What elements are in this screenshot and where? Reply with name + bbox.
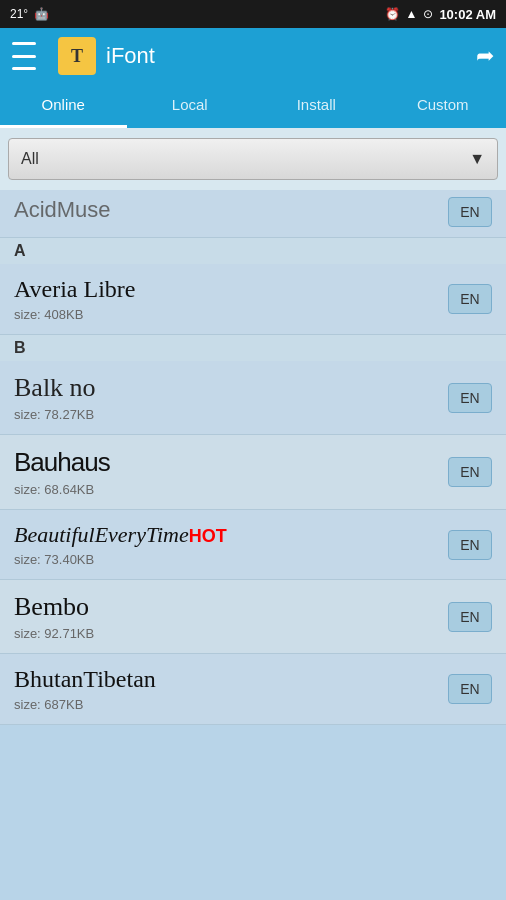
- font-name: Bauhaus: [14, 447, 448, 478]
- font-info: AcidMuse: [14, 197, 448, 227]
- lang-badge: EN: [448, 602, 492, 632]
- app-title: iFont: [106, 43, 476, 69]
- font-name: Balk no: [14, 373, 448, 403]
- tab-custom[interactable]: Custom: [380, 84, 507, 125]
- font-size: size: 92.71KB: [14, 626, 448, 641]
- font-info: BhutanTibetan size: 687KB: [14, 666, 448, 712]
- android-icon: 🤖: [34, 7, 49, 21]
- list-item[interactable]: Bembo size: 92.71KB EN: [0, 580, 506, 654]
- dropdown-label: All: [21, 150, 469, 168]
- lang-badge: EN: [448, 197, 492, 227]
- section-header-b: B: [0, 335, 506, 361]
- list-item[interactable]: Averia Libre size: 408KB EN: [0, 264, 506, 335]
- font-list: AcidMuse EN A Averia Libre size: 408KB E…: [0, 190, 506, 894]
- font-info: Bembo size: 92.71KB: [14, 592, 448, 641]
- signal-icon: ▲: [406, 7, 418, 21]
- status-right: ⏰ ▲ ⊙ 10:02 AM: [385, 7, 497, 22]
- alarm-icon: ⏰: [385, 7, 400, 21]
- hamburger-menu-button[interactable]: [12, 42, 48, 70]
- list-item[interactable]: Balk no size: 78.27KB EN: [0, 361, 506, 435]
- font-name-partial: AcidMuse: [14, 197, 448, 223]
- hamburger-line-2: [12, 55, 36, 58]
- filter-container: All ▼: [0, 128, 506, 190]
- app-bar: T iFont ➦: [0, 28, 506, 84]
- tab-install[interactable]: Install: [253, 84, 380, 125]
- lang-badge: EN: [448, 383, 492, 413]
- lang-badge: EN: [448, 674, 492, 704]
- temperature: 21°: [10, 7, 28, 21]
- font-name: Bembo: [14, 592, 448, 622]
- font-info: Averia Libre size: 408KB: [14, 276, 448, 322]
- status-left: 21° 🤖: [10, 7, 49, 21]
- font-size: size: 408KB: [14, 307, 448, 322]
- share-icon[interactable]: ➦: [476, 43, 494, 69]
- lang-badge: EN: [448, 530, 492, 560]
- font-name: BhutanTibetan: [14, 666, 448, 693]
- tab-local[interactable]: Local: [127, 84, 254, 125]
- font-info: Bauhaus size: 68.64KB: [14, 447, 448, 497]
- font-size: size: 78.27KB: [14, 407, 448, 422]
- status-time: 10:02 AM: [439, 7, 496, 22]
- font-name-text: BeautifulEveryTime: [14, 522, 189, 547]
- chevron-down-icon: ▼: [469, 150, 485, 168]
- list-item[interactable]: BeautifulEveryTimeHOT size: 73.40KB EN: [0, 510, 506, 580]
- lang-badge: EN: [448, 284, 492, 314]
- font-size: size: 687KB: [14, 697, 448, 712]
- font-size: size: 68.64KB: [14, 482, 448, 497]
- list-item[interactable]: BhutanTibetan size: 687KB EN: [0, 654, 506, 725]
- logo-text: T: [71, 46, 83, 67]
- battery-icon: ⊙: [423, 7, 433, 21]
- font-info: BeautifulEveryTimeHOT size: 73.40KB: [14, 522, 448, 567]
- list-item[interactable]: AcidMuse EN: [0, 190, 506, 238]
- font-size: size: 73.40KB: [14, 552, 448, 567]
- hamburger-line-1: [12, 42, 36, 45]
- font-info: Balk no size: 78.27KB: [14, 373, 448, 422]
- hamburger-line-3: [12, 67, 36, 70]
- font-name: Averia Libre: [14, 276, 448, 303]
- filter-dropdown[interactable]: All ▼: [8, 138, 498, 180]
- tab-online[interactable]: Online: [0, 84, 127, 125]
- lang-badge: EN: [448, 457, 492, 487]
- hot-badge: HOT: [189, 526, 227, 546]
- status-bar: 21° 🤖 ⏰ ▲ ⊙ 10:02 AM: [0, 0, 506, 28]
- tab-bar: Online Local Install Custom: [0, 84, 506, 128]
- section-header-a: A: [0, 238, 506, 264]
- font-name: BeautifulEveryTimeHOT: [14, 522, 448, 548]
- list-item[interactable]: Bauhaus size: 68.64KB EN: [0, 435, 506, 510]
- app-logo: T: [58, 37, 96, 75]
